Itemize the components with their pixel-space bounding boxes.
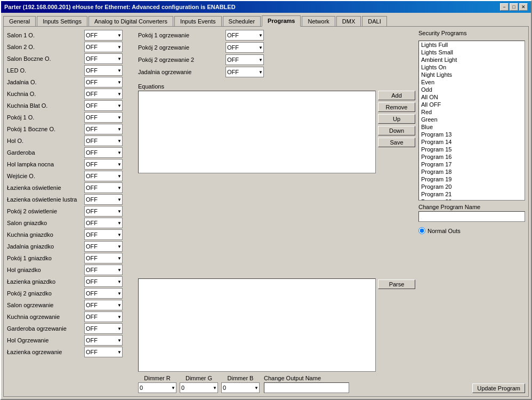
list-item[interactable]: Program 15 — [419, 146, 525, 153]
heating-select[interactable]: OFFONToggleNo Change — [225, 30, 264, 41]
tab-adc[interactable]: Analog to Digital Converters — [88, 16, 173, 26]
list-item[interactable]: Blue — [419, 123, 525, 131]
heating-row: Pokój 1 ogrzewanieOFFONToggleNo Change — [138, 30, 415, 41]
output-select[interactable]: OFFONToggleNo Change — [84, 229, 123, 240]
lower-textarea[interactable] — [138, 278, 376, 372]
list-item[interactable]: Program 19 — [419, 175, 525, 183]
list-item[interactable]: Lights Full — [419, 41, 525, 49]
output-select[interactable]: OFFONToggleNo Change — [84, 182, 123, 193]
output-select-wrapper: OFFONToggleNo Change — [84, 89, 123, 99]
output-label: Łazienka oświetlenie lustra — [7, 196, 84, 203]
list-item[interactable]: All OFF — [419, 101, 525, 108]
dimmer-r-wrapper: 012 — [138, 382, 176, 393]
dimmer-r-select[interactable]: 012 — [138, 382, 176, 393]
output-label: Hol Ogrzewanie — [7, 337, 84, 343]
output-row: Pokój 1 O.OFFONToggleNo Change — [7, 112, 135, 123]
list-item[interactable]: Even — [419, 78, 525, 86]
output-select[interactable]: OFFONToggleNo Change — [84, 42, 123, 52]
list-item[interactable]: Program 20 — [419, 183, 525, 190]
list-item[interactable]: Program 14 — [419, 138, 525, 146]
list-item[interactable]: Ambient Light — [419, 56, 525, 63]
output-row: Pokój 2 gniazdkoOFFONToggleNo Change — [7, 288, 135, 299]
list-item[interactable]: Program 17 — [419, 161, 525, 168]
maximize-button[interactable]: □ — [510, 3, 518, 11]
list-item[interactable]: Odd — [419, 86, 525, 93]
output-select[interactable]: OFFONToggleNo Change — [84, 335, 123, 346]
output-select[interactable]: OFFONToggleNo Change — [84, 65, 123, 76]
output-select[interactable]: OFFONToggleNo Change — [84, 124, 123, 134]
list-item[interactable]: Green — [419, 116, 525, 123]
tab-inputs-settings[interactable]: Inputs Settings — [37, 16, 87, 26]
output-select[interactable]: OFFONToggleNo Change — [84, 347, 123, 357]
list-item[interactable]: Program 21 — [419, 190, 525, 198]
output-rows-container: Salon 1 O.OFFONToggleNo ChangeSalon 2 O.… — [7, 30, 135, 358]
tab-dali[interactable]: DALI — [362, 16, 386, 26]
dimmer-g-select[interactable]: 012 — [180, 382, 218, 393]
output-select[interactable]: OFFONToggleNo Change — [84, 194, 123, 205]
change-program-name-input[interactable] — [418, 211, 525, 222]
tab-dmx[interactable]: DMX — [336, 16, 361, 26]
output-select[interactable]: OFFONToggleNo Change — [84, 311, 123, 322]
save-button[interactable]: Save — [378, 138, 415, 147]
lower-section: Parse — [138, 278, 415, 373]
list-item[interactable]: Program 22 — [419, 198, 525, 201]
output-row: Jadalnia O.OFFONToggleNo Change — [7, 77, 135, 87]
list-item[interactable]: Lights On — [419, 63, 525, 71]
list-item[interactable]: Lights Small — [419, 49, 525, 56]
remove-button[interactable]: Remove — [378, 102, 415, 112]
up-button[interactable]: Up — [378, 114, 415, 124]
output-select[interactable]: OFFONToggleNo Change — [84, 288, 123, 299]
output-select[interactable]: OFFONToggleNo Change — [84, 218, 123, 228]
normal-outs-radio[interactable] — [418, 227, 425, 234]
equations-textarea[interactable] — [138, 91, 376, 173]
output-select[interactable]: OFFONToggleNo Change — [84, 77, 123, 87]
tab-programs[interactable]: Programs — [262, 15, 301, 27]
heating-select[interactable]: OFFONToggleNo Change — [225, 67, 264, 77]
output-select[interactable]: OFFONToggleNo Change — [84, 265, 123, 275]
add-button[interactable]: Add — [378, 91, 415, 100]
change-output-name-input[interactable] — [264, 382, 349, 393]
tab-scheduler[interactable]: Scheduler — [223, 16, 261, 26]
list-item[interactable]: Program 13 — [419, 131, 525, 138]
output-select[interactable]: OFFONToggleNo Change — [84, 276, 123, 287]
security-programs-listbox[interactable]: Lights FullLights SmallAmbient LightLigh… — [418, 41, 525, 201]
minimize-button[interactable]: − — [500, 3, 509, 11]
dimmer-b-select[interactable]: 012 — [221, 382, 260, 393]
output-select[interactable]: OFFONToggleNo Change — [84, 159, 123, 170]
tab-network[interactable]: Network — [302, 16, 335, 26]
output-select[interactable]: OFFONToggleNo Change — [84, 253, 123, 263]
output-select[interactable]: OFFONToggleNo Change — [84, 323, 123, 334]
heating-select-wrapper: OFFONToggleNo Change — [225, 42, 264, 53]
output-select[interactable]: OFFONToggleNo Change — [84, 30, 123, 41]
output-select-wrapper: OFFONToggleNo Change — [84, 182, 123, 193]
output-select[interactable]: OFFONToggleNo Change — [84, 241, 123, 252]
heating-select[interactable]: OFFONToggleNo Change — [225, 54, 264, 65]
tab-inputs-events[interactable]: Inputs Events — [174, 16, 222, 26]
output-select[interactable]: OFFONToggleNo Change — [84, 89, 123, 99]
output-select[interactable]: OFFONToggleNo Change — [84, 300, 123, 310]
output-select[interactable]: OFFONToggleNo Change — [84, 53, 123, 64]
output-select[interactable]: OFFONToggleNo Change — [84, 135, 123, 146]
title-bar: Parter (192.168.000.201) eHouse for Ethe… — [1, 1, 531, 13]
output-select[interactable]: OFFONToggleNo Change — [84, 206, 123, 217]
list-item[interactable]: Program 16 — [419, 153, 525, 161]
down-button[interactable]: Down — [378, 126, 415, 135]
update-program-button[interactable]: Update Program — [472, 383, 525, 393]
output-select[interactable]: OFFONToggleNo Change — [84, 100, 123, 111]
list-item[interactable]: Program 18 — [419, 168, 525, 175]
list-item[interactable]: All ON — [419, 93, 525, 101]
output-select[interactable]: OFFONToggleNo Change — [84, 112, 123, 123]
close-button[interactable]: ✕ — [519, 3, 528, 11]
output-label: Kuchnia gniazdko — [7, 231, 84, 238]
output-label: Pokój 1 gniazdko — [7, 255, 84, 261]
list-item[interactable]: Red — [419, 108, 525, 116]
parse-button[interactable]: Parse — [378, 279, 415, 289]
output-select-wrapper: OFFONToggleNo Change — [84, 159, 123, 170]
output-select[interactable]: OFFONToggleNo Change — [84, 171, 123, 181]
heating-select[interactable]: OFFONToggleNo Change — [225, 42, 264, 53]
output-select[interactable]: OFFONToggleNo Change — [84, 147, 123, 158]
dimmer-r-label: Dimmer R — [144, 375, 171, 381]
list-item[interactable]: Night Lights — [419, 71, 525, 78]
tab-general[interactable]: General — [3, 16, 36, 26]
normal-outs-row: Normal Outs — [418, 227, 525, 234]
